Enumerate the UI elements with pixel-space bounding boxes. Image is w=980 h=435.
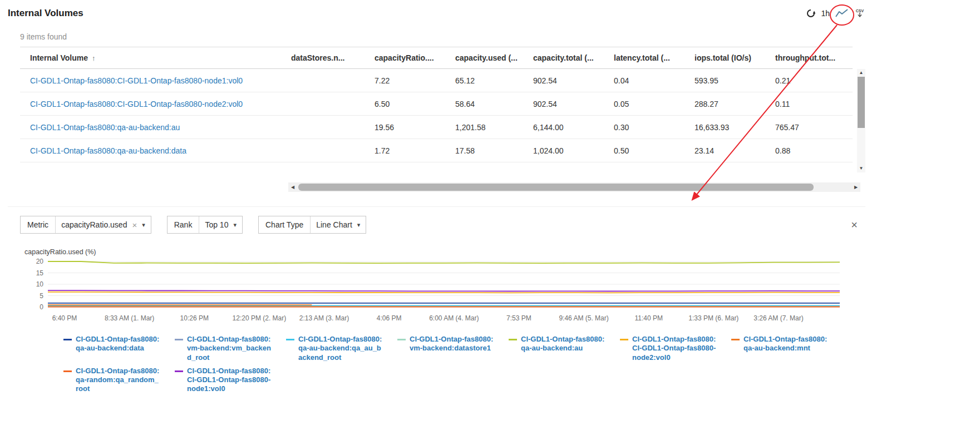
volume-link[interactable]: CI-GDL1-Ontap-fas8080:CI-GDL1-Ontap-fas8…	[30, 100, 243, 108]
line-chart-toggle-icon[interactable]	[835, 8, 849, 19]
legend-color-dash	[175, 339, 183, 340]
table-row: CI-GDL1-Ontap-fas8080:CI-GDL1-Ontap-fas8…	[20, 69, 853, 92]
metric-value-cell: 16,633.93	[690, 123, 771, 132]
scroll-up-icon[interactable]: ▲	[859, 69, 864, 77]
column-header-4[interactable]: capacity.total (...	[529, 53, 609, 62]
volume-link[interactable]: CI-GDL1-Ontap-fas8080:CI-GDL1-Ontap-fas8…	[30, 76, 243, 85]
metric-value-cell: 0.05	[609, 100, 690, 108]
rank-dropdown[interactable]: Top 10 ▾	[199, 216, 242, 233]
legend-item[interactable]: CI-GDL1-Ontap-fas8080:CI-GDL1-Ontap-fas8…	[620, 335, 731, 362]
legend-label[interactable]: CI-GDL1-Ontap-fas8080:qa-au-backend:au	[521, 335, 605, 362]
rank-control: Rank Top 10 ▾	[167, 216, 243, 234]
column-header-5[interactable]: latency.total (...	[609, 53, 690, 62]
legend-item[interactable]: CI-GDL1-Ontap-fas8080:qa-au-backend:au	[509, 335, 620, 362]
metric-value-cell: 0.30	[609, 123, 690, 132]
chart-type-dropdown[interactable]: Line Chart ▾	[310, 216, 366, 233]
metric-value-cell: 65.12	[451, 76, 529, 85]
column-header-1[interactable]: dataStores.n...	[287, 53, 370, 62]
metric-control: Metric capacityRatio.used × ▾	[20, 216, 151, 234]
metric-dropdown[interactable]: capacityRatio.used × ▾	[55, 216, 151, 233]
legend-item[interactable]: CI-GDL1-Ontap-fas8080:vm-backend:datasto…	[397, 335, 509, 362]
svg-text:9:46 AM (5. Mar): 9:46 AM (5. Mar)	[559, 314, 608, 322]
legend-label[interactable]: CI-GDL1-Ontap-fas8080:vm-backend:vm_back…	[187, 335, 272, 362]
refresh-icon[interactable]	[806, 8, 816, 18]
column-header-7[interactable]: throughput.tot...	[771, 53, 853, 62]
metric-clear-icon[interactable]: ×	[132, 221, 137, 229]
legend-color-dash	[620, 339, 628, 340]
horizontal-scrollbar[interactable]: ◀ ▶	[288, 182, 860, 192]
table-row: CI-GDL1-Ontap-fas8080:qa-au-backend:au19…	[20, 116, 853, 139]
chart-type-chevron-down-icon[interactable]: ▾	[357, 221, 361, 229]
legend-color-dash	[731, 339, 740, 340]
svg-text:8:33 AM (1. Mar): 8:33 AM (1. Mar)	[105, 314, 154, 322]
vertical-scrollbar[interactable]: ▲ ▼	[857, 69, 865, 172]
metric-value-cell: 7.22	[370, 76, 451, 85]
legend-label[interactable]: CI-GDL1-Ontap-fas8080:qa-au-backend:data	[76, 335, 160, 362]
legend-label[interactable]: CI-GDL1-Ontap-fas8080:vm-backend:datasto…	[410, 335, 494, 362]
items-found-label: 9 items found	[20, 32, 869, 41]
chart-panel-close-icon[interactable]: ×	[851, 219, 858, 230]
volume-name-cell: CI-GDL1-Ontap-fas8080:qa-au-backend:data	[20, 146, 287, 155]
svg-text:4:06 PM: 4:06 PM	[377, 314, 402, 322]
metric-value-cell: 1.72	[370, 146, 451, 155]
chart-type-control: Chart Type Line Chart ▾	[258, 216, 366, 234]
metric-value-cell: 23.14	[690, 146, 771, 155]
scroll-right-icon[interactable]: ▶	[851, 185, 860, 190]
rank-label: Rank	[168, 216, 199, 233]
horizontal-scrollbar-thumb[interactable]	[298, 184, 814, 191]
legend-color-dash	[175, 370, 183, 372]
csv-export-icon[interactable]: CSV	[854, 8, 865, 19]
time-range-label[interactable]: 1h	[821, 9, 830, 18]
internal-volumes-table: Internal Volume↑dataStores.n...capacityR…	[20, 47, 853, 172]
rank-selected-value[interactable]: Top 10	[205, 220, 228, 229]
volume-link[interactable]: CI-GDL1-Ontap-fas8080:qa-au-backend:data	[30, 146, 186, 155]
svg-text:10: 10	[36, 280, 44, 288]
horizontal-scrollbar-track[interactable]	[297, 182, 851, 192]
metric-value-cell: 19.56	[370, 123, 451, 132]
column-header-6[interactable]: iops.total (IO/s)	[690, 53, 771, 62]
legend-item[interactable]: CI-GDL1-Ontap-fas8080:qa-au-backend:qa_a…	[286, 335, 397, 362]
legend-label[interactable]: CI-GDL1-Ontap-fas8080:CI-GDL1-Ontap-fas8…	[632, 335, 717, 362]
svg-text:6:00 AM (4. Mar): 6:00 AM (4. Mar)	[429, 314, 479, 322]
volume-name-cell: CI-GDL1-Ontap-fas8080:CI-GDL1-Ontap-fas8…	[20, 100, 287, 108]
scroll-left-icon[interactable]: ◀	[288, 185, 297, 190]
metric-value-cell: 765.47	[771, 123, 853, 132]
legend-item[interactable]: CI-GDL1-Ontap-fas8080:vm-backend:vm_back…	[175, 335, 286, 362]
scroll-down-icon[interactable]: ▼	[859, 165, 864, 172]
legend-item[interactable]: CI-GDL1-Ontap-fas8080:qa-random:qa_rando…	[63, 367, 175, 394]
metric-value-cell: 0.88	[771, 146, 853, 155]
vertical-scrollbar-thumb[interactable]	[858, 77, 865, 128]
legend-label[interactable]: CI-GDL1-Ontap-fas8080:qa-au-backend:qa_a…	[298, 335, 383, 362]
volume-link[interactable]: CI-GDL1-Ontap-fas8080:qa-au-backend:au	[30, 123, 180, 132]
legend-item[interactable]: CI-GDL1-Ontap-fas8080:qa-au-backend:data	[63, 335, 175, 362]
line-chart: 051015206:40 PM8:33 AM (1. Mar)10:26 PM1…	[24, 257, 845, 328]
metric-chevron-down-icon[interactable]: ▾	[142, 221, 145, 229]
metric-selected-value[interactable]: capacityRatio.used	[61, 220, 127, 229]
legend-item[interactable]: CI-GDL1-Ontap-fas8080:CI-GDL1-Ontap-fas8…	[175, 367, 286, 394]
svg-text:2:13 AM (3. Mar): 2:13 AM (3. Mar)	[299, 314, 349, 322]
metric-value-cell: 593.95	[690, 76, 771, 85]
column-header-0[interactable]: Internal Volume↑	[20, 53, 287, 62]
column-header-2[interactable]: capacityRatio....	[370, 53, 451, 62]
table-bottom-pad	[20, 162, 853, 172]
column-header-3[interactable]: capacity.used (...	[451, 53, 529, 62]
chart-type-label: Chart Type	[259, 216, 310, 233]
legend-label[interactable]: CI-GDL1-Ontap-fas8080:qa-au-backend:mnt	[743, 335, 828, 362]
chart-controls: Metric capacityRatio.used × ▾ Rank Top 1…	[20, 216, 858, 234]
svg-text:10:26 PM: 10:26 PM	[180, 314, 209, 322]
svg-text:1:33 PM (6. Mar): 1:33 PM (6. Mar)	[688, 314, 738, 322]
table-body: CI-GDL1-Ontap-fas8080:CI-GDL1-Ontap-fas8…	[20, 69, 853, 162]
rank-chevron-down-icon[interactable]: ▾	[233, 221, 237, 229]
metric-value-cell: 902.54	[529, 76, 609, 85]
svg-text:20: 20	[36, 258, 44, 265]
chart-panel: Metric capacityRatio.used × ▾ Rank Top 1…	[8, 206, 865, 394]
legend-item[interactable]: CI-GDL1-Ontap-fas8080:qa-au-backend:mnt	[731, 335, 843, 362]
legend-label[interactable]: CI-GDL1-Ontap-fas8080:CI-GDL1-Ontap-fas8…	[187, 367, 272, 394]
legend-label[interactable]: CI-GDL1-Ontap-fas8080:qa-random:qa_rando…	[76, 367, 160, 394]
chart-y-axis-title: capacityRatio.used (%)	[24, 248, 865, 256]
metric-value-cell: 17.58	[451, 146, 529, 155]
svg-text:5: 5	[40, 292, 43, 300]
metric-value-cell: 0.21	[771, 76, 853, 85]
chart-type-selected-value[interactable]: Line Chart	[316, 220, 352, 229]
legend-color-dash	[286, 339, 294, 340]
